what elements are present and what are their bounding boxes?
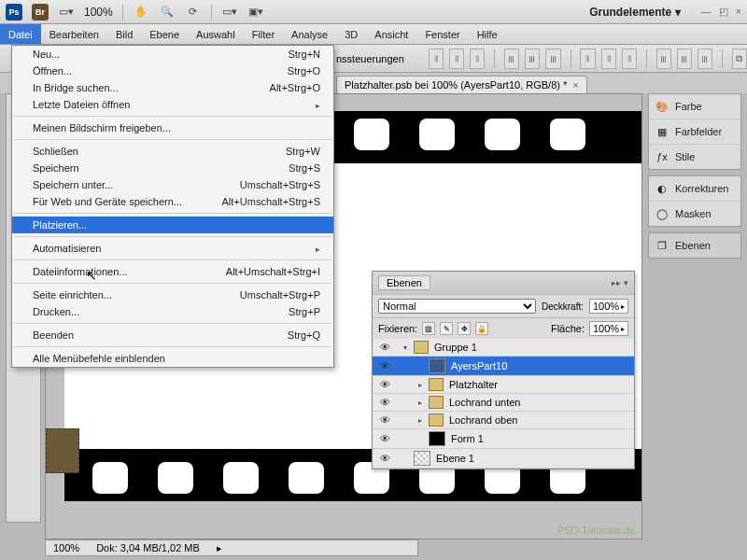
layer-row[interactable]: 👁AyersPart10: [373, 357, 634, 376]
panel-stile[interactable]: ƒxStile: [649, 144, 740, 169]
palette-icon: 🎨: [655, 99, 669, 114]
fill-label: Fläche:: [551, 323, 585, 334]
menu-item[interactable]: Für Web und Geräte speichern...Alt+Umsch…: [12, 193, 333, 210]
distribute-bottom-icon[interactable]: ⫴: [622, 49, 637, 69]
visibility-icon[interactable]: 👁: [376, 414, 393, 426]
visibility-icon[interactable]: 👁: [376, 397, 393, 408]
swatches-icon: ▦: [655, 124, 669, 139]
workspace-dropdown[interactable]: Grundelemente ▾: [589, 6, 680, 19]
document-tab-close-icon[interactable]: ×: [572, 79, 578, 91]
panel-collapse-icon[interactable]: ▸▸ ▾: [612, 278, 628, 287]
menu-item[interactable]: Drucken...Strg+P: [12, 303, 333, 320]
lock-position-icon[interactable]: ✥: [458, 322, 471, 335]
menu-item[interactable]: SpeichernStrg+S: [12, 160, 333, 176]
placed-image-thumb[interactable]: [46, 428, 79, 473]
screen-mode-icon[interactable]: ▭▾: [58, 4, 75, 21]
menu-bild[interactable]: Bild: [107, 24, 141, 44]
align-right-icon[interactable]: ⫼: [545, 49, 560, 69]
screen-mode2-icon[interactable]: ▣▾: [247, 4, 264, 21]
status-bar: 100% Dok: 3,04 MB/1,02 MB ▸: [45, 539, 418, 556]
lock-pixels-icon[interactable]: ✎: [440, 322, 453, 335]
panel-masken[interactable]: ◯Masken: [649, 201, 740, 226]
menu-item[interactable]: Öffnen...Strg+O: [12, 63, 333, 79]
panel-farbfelder[interactable]: ▦Farbfelder: [649, 119, 740, 144]
menu-item[interactable]: Neu...Strg+N: [12, 46, 333, 63]
visibility-icon[interactable]: 👁: [376, 342, 393, 353]
zoom-level[interactable]: 100%: [84, 6, 113, 19]
document-tab-title: Platzhalter.psb bei 100% (AyersPart10, R…: [345, 79, 567, 91]
menu-filter[interactable]: Filter: [244, 24, 283, 44]
lock-transparency-icon[interactable]: ▨: [422, 322, 435, 335]
window-controls: — ◰ ×: [701, 6, 741, 18]
opacity-input[interactable]: 100%▸: [589, 299, 628, 314]
menu-hilfe[interactable]: Hilfe: [469, 24, 506, 44]
menu-item[interactable]: Meinen Bildschirm freigeben...: [12, 119, 333, 136]
visibility-icon[interactable]: 👁: [376, 360, 393, 371]
blend-mode-select[interactable]: Normal: [378, 299, 536, 314]
masks-icon: ◯: [655, 206, 669, 221]
minimize-icon[interactable]: —: [701, 6, 712, 18]
watermark: PSD-Tutorials.de: [557, 525, 635, 536]
menu-item[interactable]: Alle Menübefehle einblenden: [12, 350, 333, 367]
zoom-tool-icon[interactable]: 🔍: [159, 4, 176, 21]
align-bottom-icon[interactable]: ⫴: [470, 49, 485, 69]
hand-tool-icon[interactable]: ✋: [133, 4, 149, 21]
menu-item[interactable]: Platzieren...: [12, 217, 333, 233]
menu-auswahl[interactable]: Auswahl: [188, 24, 244, 44]
rotate-view-icon[interactable]: ⟳: [185, 4, 202, 21]
auto-align-icon[interactable]: ⧉: [732, 49, 747, 69]
align-top-icon[interactable]: ⫴: [429, 49, 444, 69]
distribute-right-icon[interactable]: ⫼: [698, 49, 712, 69]
menu-item[interactable]: In Bridge suchen...Alt+Strg+O: [12, 79, 333, 96]
menu-analyse[interactable]: Analyse: [283, 24, 336, 44]
layer-row[interactable]: 👁Ebene 1: [373, 449, 634, 469]
document-tab[interactable]: Platzhalter.psb bei 100% (AyersPart10, R…: [336, 76, 587, 93]
layer-row[interactable]: 👁▸Lochrand oben: [373, 412, 634, 429]
lock-label: Fixieren:: [378, 323, 417, 334]
status-arrow-icon[interactable]: ▸: [217, 542, 222, 554]
maximize-icon[interactable]: ◰: [719, 6, 728, 18]
menu-bearbeiten[interactable]: Bearbeiten: [41, 24, 107, 44]
visibility-icon[interactable]: 👁: [376, 379, 393, 390]
distribute-v-icon[interactable]: ⫴: [601, 49, 616, 69]
distribute-top-icon[interactable]: ⫴: [580, 49, 595, 69]
layer-row[interactable]: 👁▾Gruppe 1: [373, 339, 634, 357]
visibility-icon[interactable]: 👁: [376, 453, 393, 464]
menu-item[interactable]: SchließenStrg+W: [12, 143, 333, 160]
menu-item[interactable]: Seite einrichten...Umschalt+Strg+P: [12, 287, 333, 303]
opacity-label: Deckkraft:: [542, 301, 584, 312]
menu-ebene[interactable]: Ebene: [141, 24, 188, 44]
menu-item[interactable]: Speichern unter...Umschalt+Strg+S: [12, 176, 333, 193]
layers-panel-tab[interactable]: Ebenen: [378, 275, 430, 290]
menu-item[interactable]: Letzte Dateien öffnen: [12, 96, 333, 113]
distribute-left-icon[interactable]: ⫼: [656, 49, 671, 69]
menu-3d[interactable]: 3D: [336, 24, 366, 44]
layers-panel: Ebenen ▸▸ ▾ Normal Deckkraft: 100%▸ Fixi…: [372, 271, 635, 469]
fill-input[interactable]: 100%▸: [589, 321, 628, 336]
status-zoom[interactable]: 100%: [53, 542, 79, 553]
menu-fenster[interactable]: Fenster: [416, 24, 468, 44]
menu-item[interactable]: Dateiinformationen...Alt+Umschalt+Strg+I: [12, 263, 333, 280]
layer-row[interactable]: 👁Form 1: [373, 429, 634, 449]
align-left-icon[interactable]: ⫼: [504, 49, 519, 69]
lock-all-icon[interactable]: 🔒: [475, 322, 488, 335]
layer-row[interactable]: 👁▸Lochrand unten: [373, 394, 634, 412]
panel-farbe[interactable]: 🎨Farbe: [649, 94, 740, 119]
group-thumb-icon: [429, 396, 444, 409]
align-vcenter-icon[interactable]: ⫴: [449, 49, 464, 69]
menu-item[interactable]: BeendenStrg+Q: [12, 327, 333, 343]
menu-datei[interactable]: Datei: [0, 24, 41, 44]
menu-ansicht[interactable]: Ansicht: [366, 24, 416, 44]
layer-row[interactable]: 👁▸Platzhalter: [373, 376, 634, 394]
status-docsize[interactable]: Dok: 3,04 MB/1,02 MB: [96, 542, 200, 553]
right-panels: 🎨Farbe ▦Farbfelder ƒxStile ◐Korrekturen …: [648, 93, 741, 259]
visibility-icon[interactable]: 👁: [376, 433, 393, 444]
distribute-h-icon[interactable]: ⫼: [677, 49, 692, 69]
bridge-logo-icon[interactable]: Br: [32, 4, 49, 21]
panel-ebenen[interactable]: ❐Ebenen: [649, 233, 740, 258]
align-hcenter-icon[interactable]: ⫼: [525, 49, 540, 69]
arrange-docs-icon[interactable]: ▭▾: [221, 4, 238, 21]
close-icon[interactable]: ×: [736, 6, 741, 18]
menu-item[interactable]: Automatisieren: [12, 240, 333, 257]
panel-korrekturen[interactable]: ◐Korrekturen: [649, 176, 740, 201]
